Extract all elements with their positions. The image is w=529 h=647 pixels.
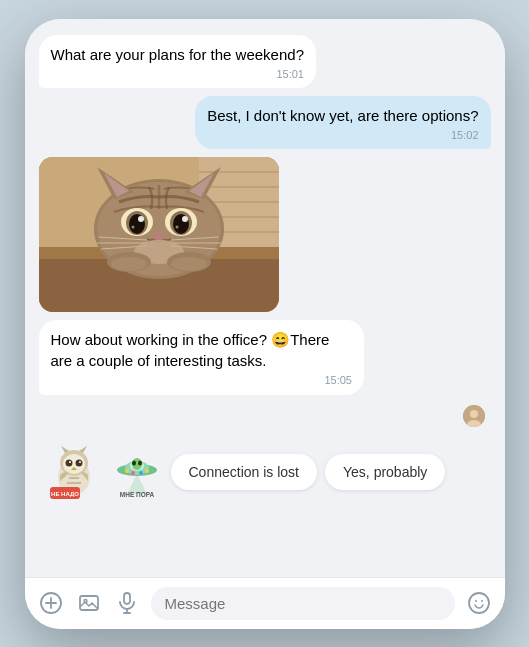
svg-point-78 [481,600,483,602]
svg-text:НЕ НАДО: НЕ НАДО [51,491,79,497]
svg-point-39 [470,410,478,418]
svg-point-24 [131,226,134,229]
message-bubble-4: How about working in the office? 😄There … [39,320,364,394]
svg-text:МНЕ ПОРА: МНЕ ПОРА [119,491,154,498]
svg-point-65 [139,471,143,475]
message-bubble-1: What are your plans for the weekend? 15:… [39,35,316,88]
svg-point-51 [79,461,81,463]
message-row: Best, I don't know yet, are there option… [39,96,491,149]
svg-point-25 [175,226,178,229]
cat-image [39,157,279,312]
svg-point-66 [145,469,149,473]
message-bubble-2: Best, I don't know yet, are there option… [195,96,490,149]
svg-point-23 [182,216,188,222]
message-row: How about working in the office? 😄There … [39,320,491,394]
svg-point-77 [475,600,477,602]
svg-rect-73 [124,593,130,604]
suggestion-chip-connection-lost[interactable]: Connection is lost [171,454,318,490]
message-input[interactable] [151,587,455,620]
svg-point-48 [65,459,72,466]
message-row-image [39,157,491,312]
message-time-4: 15:05 [51,373,352,388]
owl-sticker: НЕ НАДО [45,443,103,501]
message-text-1: What are your plans for the weekend? [51,44,304,65]
suggestion-chip-yes-probably[interactable]: Yes, probably [325,454,445,490]
suggestions-row: НЕ НАДО [39,437,491,507]
chat-area: What are your plans for the weekend? 15:… [25,19,505,577]
svg-point-76 [469,593,489,613]
image-button[interactable] [75,589,103,617]
alien-sticker: МНЕ ПОРА [111,446,163,498]
message-text-4: How about working in the office? 😄There … [51,329,352,371]
input-bar [25,577,505,629]
svg-point-63 [125,469,129,473]
svg-point-22 [138,216,144,222]
add-button[interactable] [37,589,65,617]
svg-point-61 [132,460,136,465]
avatar [463,405,485,427]
svg-point-36 [111,257,147,271]
message-time-1: 15:01 [51,67,304,82]
svg-rect-71 [80,596,98,610]
svg-point-64 [131,471,135,475]
message-time-2: 15:02 [207,128,478,143]
svg-point-50 [69,461,71,463]
phone-container: What are your plans for the weekend? 15:… [25,19,505,629]
emoji-button[interactable] [465,589,493,617]
message-row: What are your plans for the weekend? 15:… [39,35,491,88]
svg-point-62 [138,460,142,465]
svg-point-37 [171,257,207,271]
mic-button[interactable] [113,589,141,617]
svg-point-49 [75,459,82,466]
message-text-2: Best, I don't know yet, are there option… [207,105,478,126]
